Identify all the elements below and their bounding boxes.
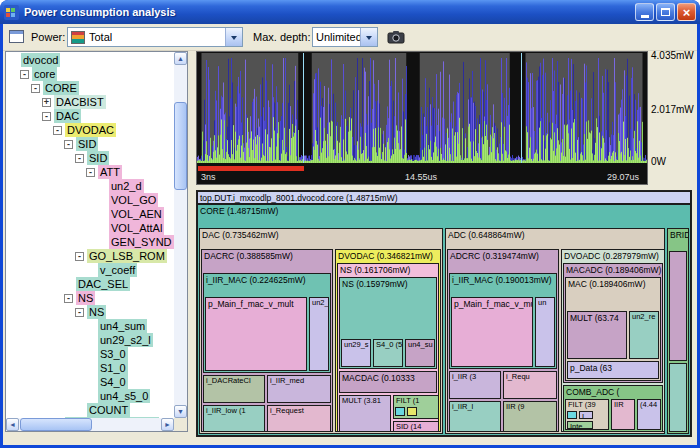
treemap-block-un29-s[interactable]: un29_s	[341, 339, 371, 367]
treemap-block-i-iir-a[interactable]: i_IIR (3	[449, 371, 501, 399]
treemap-block-sid-block[interactable]: SID (14	[393, 421, 439, 432]
tree-item-s3_0[interactable]: S3_0	[6, 347, 174, 361]
treemap-block-p-main-f-mac-v-mult-adc[interactable]: p_Main_f_mac_v_mult	[451, 297, 533, 367]
collapse-box-icon[interactable]: -	[75, 154, 84, 163]
treemap-block-p-data[interactable]: p_Data (63	[567, 361, 659, 379]
collapse-box-icon[interactable]: -	[75, 308, 84, 317]
treemap-block-s4-0[interactable]: S4_0 (5	[373, 339, 403, 367]
panel-toggle-icon[interactable]	[9, 30, 24, 43]
tree-item-label[interactable]: VOL_AttAl	[109, 221, 164, 235]
waveform-plot[interactable]	[197, 53, 647, 163]
scroll-right-icon[interactable]: ►	[161, 418, 174, 431]
tree-item-label[interactable]: ATT	[98, 165, 122, 179]
selection-red-bar[interactable]	[198, 166, 304, 171]
tree-item-label[interactable]: v_coeff	[98, 263, 137, 277]
treemap-block-un4-s[interactable]: un4_su	[405, 339, 435, 367]
treemap-block-path-bar[interactable]: top.DUT.i_mxcodlp_8001.dvocod.core (1.48…	[197, 191, 691, 204]
tree-item-un4_s5_0[interactable]: un4_s5_0	[6, 389, 174, 403]
treemap-block-macdac[interactable]: MACDAC (0.10333	[339, 371, 437, 393]
tree-item-sid[interactable]: -SID	[6, 137, 174, 151]
max-depth-dropdown-arrow-icon[interactable]	[360, 28, 377, 46]
tree-item-dvodac[interactable]: -DVODAC	[6, 123, 174, 137]
tree-item-label[interactable]: S1_0	[98, 361, 128, 375]
vertical-scroll-thumb[interactable]	[174, 102, 187, 190]
tree-item-label[interactable]: un29_s2_l	[98, 333, 153, 347]
tree-item-label[interactable]: dvocod	[21, 53, 60, 67]
power-dropdown-arrow-icon[interactable]	[225, 28, 242, 46]
tree-item-un2_d[interactable]: un2_d	[6, 179, 174, 193]
tree-item-vol_attal[interactable]: VOL_AttAl	[6, 221, 174, 235]
tree-item-dvocod[interactable]: dvocod	[6, 53, 174, 67]
tree-item-label[interactable]: SID	[76, 137, 98, 151]
treemap-block-p-main-f-mac-v-mult-dac[interactable]: p_Main_f_mac_v_mult	[205, 297, 307, 371]
scroll-up-icon[interactable]: ▲	[174, 52, 187, 65]
title-bar[interactable]: Power consumption analysis ×	[0, 0, 700, 24]
tree-item-un29_s2_l[interactable]: un29_s2_l	[6, 333, 174, 347]
tree-item-s1_0[interactable]: S1_0	[6, 361, 174, 375]
treemap-block-iir-d[interactable]: IIR	[611, 399, 635, 430]
tree-item-label[interactable]: DACBIST	[54, 95, 106, 109]
treemap-block-un-sliver-adc[interactable]: un	[535, 297, 555, 367]
treemap-block-mult-3-81[interactable]: MULT (3.81	[339, 395, 391, 432]
expand-box-icon[interactable]: +	[42, 98, 51, 107]
power-select[interactable]: Total	[67, 27, 243, 47]
treemap-block-un2-re[interactable]: un2_re	[629, 311, 659, 359]
tree-item-label[interactable]: NS	[87, 305, 106, 319]
scroll-down-icon[interactable]: ▼	[174, 405, 187, 418]
tree-item-label[interactable]: VOL_AEN	[109, 207, 164, 221]
tree-item-label[interactable]: un4_s5_0	[98, 389, 150, 403]
tree-item-label[interactable]: DAC_SEL	[76, 277, 130, 291]
treemap-block-i-dacratecl[interactable]: i_DACRateCl	[203, 375, 265, 403]
tree-horizontal-scrollbar[interactable]: ◄ ►	[6, 418, 174, 431]
tree-item-vol_go[interactable]: VOL_GO	[6, 193, 174, 207]
treemap-block-filt-dac-sub-2[interactable]	[407, 407, 417, 416]
treemap-block-inte[interactable]: Inte	[567, 421, 593, 429]
tree-item-count[interactable]: COUNT	[6, 403, 174, 417]
collapse-box-icon[interactable]: -	[20, 70, 29, 79]
treemap-block-filt-39-sub-1[interactable]	[567, 411, 577, 419]
tree-item-s4_0[interactable]: S4_0	[6, 375, 174, 389]
tree-item-label[interactable]: DVODAC	[65, 123, 116, 137]
treemap-block-i-request[interactable]: i_Request	[267, 405, 331, 432]
tree-item-un4_sum[interactable]: un4_sum	[6, 319, 174, 333]
tree-item-core[interactable]: -CORE	[6, 81, 174, 95]
waveform-panel[interactable]: 3ns 14.55us 29.07us	[196, 51, 648, 185]
tree-vertical-scrollbar[interactable]: ▲ ▼	[174, 52, 187, 418]
treemap-block-iir-9[interactable]: IIR (9	[503, 401, 557, 432]
maximize-button[interactable]	[656, 3, 675, 21]
horizontal-scroll-thumb[interactable]	[20, 418, 92, 431]
treemap-block-filt-dac-sub-1[interactable]	[395, 407, 405, 416]
treemap-block-i-requ[interactable]: i_Requ	[503, 371, 557, 399]
tree-item-core[interactable]: -core	[6, 67, 174, 81]
minimize-button[interactable]	[635, 3, 654, 21]
collapse-box-icon[interactable]: -	[75, 252, 84, 261]
tree-item-att[interactable]: -ATT	[6, 165, 174, 179]
close-button[interactable]: ×	[677, 3, 696, 21]
hierarchy-tree[interactable]: dvocod-core-CORE+DACBIST-DAC-DVODAC-SID-…	[6, 53, 174, 418]
tree-item-ns[interactable]: -NS	[6, 305, 174, 319]
treemap-block-filt-39-sub-2[interactable]: I	[579, 411, 593, 419]
treemap-block-brid-sub-2[interactable]	[669, 363, 687, 432]
tree-item-ns[interactable]: -NS	[6, 291, 174, 305]
tree-item-label[interactable]: core	[32, 67, 57, 81]
tree-item-dac_sel[interactable]: DAC_SEL	[6, 277, 174, 291]
tree-item-dac[interactable]: -DAC	[6, 109, 174, 123]
tree-item-go_lsb_rom[interactable]: -GO_LSB_ROM	[6, 249, 174, 263]
collapse-box-icon[interactable]: -	[64, 140, 73, 149]
tree-item-vol_aen[interactable]: VOL_AEN	[6, 207, 174, 221]
tree-item-dacbist[interactable]: +DACBIST	[6, 95, 174, 109]
collapse-box-icon[interactable]: -	[64, 294, 73, 303]
tree-item-v_coeff[interactable]: v_coeff	[6, 263, 174, 277]
tree-item-label[interactable]: CORE	[43, 81, 79, 95]
power-treemap[interactable]: top.DUT.i_mxcodlp_8001.dvocod.core (1.48…	[196, 190, 692, 437]
tree-item-label[interactable]: un4_sum	[98, 319, 147, 333]
tree-item-label[interactable]: GO_LSB_ROM	[87, 249, 167, 263]
tree-item-label[interactable]: VOL_GO	[109, 193, 158, 207]
collapse-box-icon[interactable]: -	[86, 168, 95, 177]
tree-item-sid[interactable]: -SID	[6, 151, 174, 165]
scroll-left-icon[interactable]: ◄	[6, 418, 19, 431]
tree-item-gen_synd[interactable]: GEN_SYND	[6, 235, 174, 249]
tree-item-label[interactable]: GEN_SYND	[109, 235, 174, 249]
tree-item-label[interactable]: COUNT	[87, 403, 130, 417]
treemap-block-brid-sub-1[interactable]	[669, 251, 687, 361]
